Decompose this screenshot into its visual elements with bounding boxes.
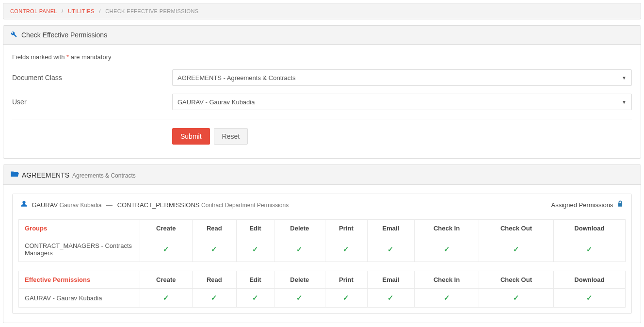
check-icon: ✓ <box>163 245 169 253</box>
col-header: Delete <box>274 271 325 289</box>
check-icon: ✓ <box>387 245 394 253</box>
groups-header-label: Groups <box>19 220 140 237</box>
col-header: Create <box>140 271 193 289</box>
perm-cell: ✓ <box>237 237 274 262</box>
check-icon: ✓ <box>513 245 519 253</box>
perm-cell: ✓ <box>274 289 325 308</box>
doc-class-label: Document Class <box>12 74 172 82</box>
check-icon: ✓ <box>252 245 258 253</box>
perm-cell: ✓ <box>274 237 325 262</box>
perm-cell: ✓ <box>368 289 415 308</box>
perm-cell: ✓ <box>192 289 236 308</box>
effective-table: Effective Permissions Create Read Edit D… <box>18 271 626 308</box>
col-header: Read <box>192 220 236 237</box>
separator-dash: — <box>106 201 113 209</box>
check-icon: ✓ <box>343 294 349 302</box>
breadcrumb-utilities[interactable]: UTILITIES <box>68 8 95 14</box>
col-header: Edit <box>237 220 274 237</box>
permissions-subject: GAURAV Gaurav Kubadia — CONTRACT_PERMISS… <box>20 200 289 209</box>
assigned-permissions-label: Assigned Permissions <box>551 200 624 209</box>
check-icon: ✓ <box>444 294 450 302</box>
groups-header-row: Groups Create Read Edit Delete Print Ema… <box>19 220 626 237</box>
doc-class-select[interactable]: AGREEMENTS - Agreements & Contracts ▼ <box>172 69 632 86</box>
perm-cell: ✓ <box>192 237 236 262</box>
user-icon <box>20 200 30 209</box>
col-header: Delete <box>274 220 325 237</box>
submit-button[interactable]: Submit <box>172 128 210 145</box>
col-header: Read <box>192 271 236 289</box>
col-header: Print <box>325 220 367 237</box>
check-icon: ✓ <box>513 294 519 302</box>
mandatory-note: Fields marked with * are mandatory <box>12 53 632 61</box>
breadcrumb-control-panel[interactable]: CONTROL PANEL <box>10 8 57 14</box>
check-icon: ✓ <box>252 294 258 302</box>
results-panel: AGREEMENTS Agreements & Contracts GAURAV… <box>3 164 641 323</box>
col-header: Download <box>553 220 625 237</box>
col-header: Edit <box>237 271 274 289</box>
perm-cell: ✓ <box>414 237 479 262</box>
check-icon: ✓ <box>586 245 593 253</box>
breadcrumb: CONTROL PANEL / UTILITIES / CHECK EFFECT… <box>3 3 641 19</box>
form-panel-title: Check Effective Permissions <box>21 31 107 39</box>
check-icon: ✓ <box>444 245 450 253</box>
check-icon: ✓ <box>296 294 303 302</box>
form-panel: Check Effective Permissions Fields marke… <box>3 25 641 159</box>
check-icon: ✓ <box>163 294 169 302</box>
col-header: Check Out <box>479 220 554 237</box>
subject-role-name: Contract Department Permissions <box>201 202 289 209</box>
chevron-down-icon: ▼ <box>622 99 627 105</box>
results-class-name: Agreements & Contracts <box>72 172 136 179</box>
perm-cell: ✓ <box>140 237 193 262</box>
col-header: Print <box>325 271 367 289</box>
perm-cell: ✓ <box>237 289 274 308</box>
form-panel-header: Check Effective Permissions <box>3 26 641 45</box>
check-icon: ✓ <box>211 294 217 302</box>
check-icon: ✓ <box>296 245 303 253</box>
subject-user-name: Gaurav Kubadia <box>60 202 102 209</box>
subject-user-code: GAURAV <box>32 201 58 209</box>
row-name: GAURAV - Gaurav Kubadia <box>19 289 140 308</box>
doc-class-value: AGREEMENTS - Agreements & Contracts <box>177 74 295 82</box>
col-header: Create <box>140 220 193 237</box>
subject-role-code: CONTRACT_PERMISSIONS <box>117 201 200 209</box>
row-name: CONTRACT_MANAGERS - Contracts Managers <box>19 237 140 262</box>
breadcrumb-separator: / <box>99 8 100 14</box>
table-row: GAURAV - Gaurav Kubadia✓✓✓✓✓✓✓✓✓ <box>19 289 626 308</box>
perm-cell: ✓ <box>414 289 479 308</box>
perm-cell: ✓ <box>553 289 625 308</box>
divider <box>12 119 632 119</box>
user-select[interactable]: GAURAV - Gaurav Kubadia ▼ <box>172 94 632 110</box>
table-row: CONTRACT_MANAGERS - Contracts Managers✓✓… <box>19 237 626 262</box>
results-panel-header: AGREEMENTS Agreements & Contracts <box>3 165 641 185</box>
effective-header-row: Effective Permissions Create Read Edit D… <box>19 271 626 289</box>
svg-point-0 <box>22 201 25 204</box>
user-value: GAURAV - Gaurav Kubadia <box>177 98 255 106</box>
assigned-permissions-panel: GAURAV Gaurav Kubadia — CONTRACT_PERMISS… <box>12 194 632 314</box>
breadcrumb-current: CHECK EFFECTIVE PERMISSIONS <box>105 8 198 14</box>
breadcrumb-separator: / <box>62 8 63 14</box>
col-header: Email <box>368 271 415 289</box>
perm-cell: ✓ <box>479 289 554 308</box>
col-header: Check Out <box>479 271 554 289</box>
col-header: Email <box>368 220 415 237</box>
col-header: Download <box>553 271 625 289</box>
results-class-code: AGREEMENTS <box>22 171 69 179</box>
perm-cell: ✓ <box>325 237 367 262</box>
check-icon: ✓ <box>343 245 349 253</box>
check-icon: ✓ <box>387 294 394 302</box>
perm-cell: ✓ <box>553 237 625 262</box>
chevron-down-icon: ▼ <box>622 75 627 81</box>
perm-cell: ✓ <box>140 289 193 308</box>
perm-cell: ✓ <box>479 237 554 262</box>
folder-open-icon <box>10 170 19 180</box>
wrench-icon <box>10 31 17 39</box>
check-icon: ✓ <box>586 294 593 302</box>
groups-table: Groups Create Read Edit Delete Print Ema… <box>18 219 626 262</box>
effective-header-label: Effective Permissions <box>19 271 140 289</box>
user-label: User <box>12 98 172 106</box>
col-header: Check In <box>414 220 479 237</box>
perm-cell: ✓ <box>325 289 367 308</box>
perm-cell: ✓ <box>368 237 415 262</box>
reset-button[interactable]: Reset <box>214 128 248 145</box>
lock-icon <box>617 200 624 209</box>
